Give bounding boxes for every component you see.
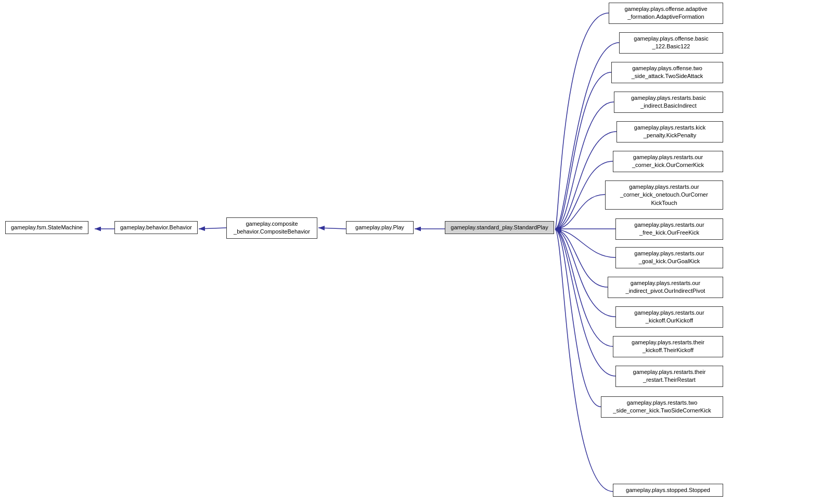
svg-line-2 xyxy=(199,228,226,229)
node-their-kickoff[interactable]: gameplay.plays.restarts.their_kickoff.Th… xyxy=(613,336,723,357)
node-composite-behavior[interactable]: gameplay.composite_behavior.CompositeBeh… xyxy=(226,217,317,239)
node-their-restart[interactable]: gameplay.plays.restarts.their_restart.Th… xyxy=(615,366,723,387)
node-stopped[interactable]: gameplay.plays.stopped.Stopped xyxy=(613,484,723,497)
node-our-corner-kick-touch[interactable]: gameplay.plays.restarts.our_corner_kick_… xyxy=(605,180,723,210)
diagram-container: gameplay.fsm.StateMachine gameplay.behav… xyxy=(0,0,822,504)
node-standard-play[interactable]: gameplay.standard_play.StandardPlay xyxy=(445,221,554,234)
node-behavior[interactable]: gameplay.behavior.Behavior xyxy=(114,221,198,234)
svg-line-3 xyxy=(318,228,346,229)
node-basic-indirect[interactable]: gameplay.plays.restarts.basic_indirect.B… xyxy=(614,92,723,113)
node-adaptive-formation[interactable]: gameplay.plays.offense.adaptive_formatio… xyxy=(609,3,723,24)
node-our-goal-kick[interactable]: gameplay.plays.restarts.our_goal_kick.Ou… xyxy=(615,247,723,268)
node-our-kickoff[interactable]: gameplay.plays.restarts.our_kickoff.OurK… xyxy=(615,306,723,328)
node-our-indirect-pivot[interactable]: gameplay.plays.restarts.our_indirect_piv… xyxy=(608,277,723,298)
node-state-machine[interactable]: gameplay.fsm.StateMachine xyxy=(5,221,88,234)
node-our-corner-kick[interactable]: gameplay.plays.restarts.our_corner_kick.… xyxy=(613,151,723,172)
node-two-side-attack[interactable]: gameplay.plays.offense.two_side_attack.T… xyxy=(611,62,723,83)
node-our-free-kick[interactable]: gameplay.plays.restarts.our_free_kick.Ou… xyxy=(615,218,723,240)
node-two-side-corner-kick[interactable]: gameplay.plays.restarts.two_side_corner_… xyxy=(601,396,723,418)
node-play[interactable]: gameplay.play.Play xyxy=(346,221,414,234)
node-basic122[interactable]: gameplay.plays.offense.basic_122.Basic12… xyxy=(619,32,723,54)
node-kick-penalty[interactable]: gameplay.plays.restarts.kick_penalty.Kic… xyxy=(616,121,723,143)
